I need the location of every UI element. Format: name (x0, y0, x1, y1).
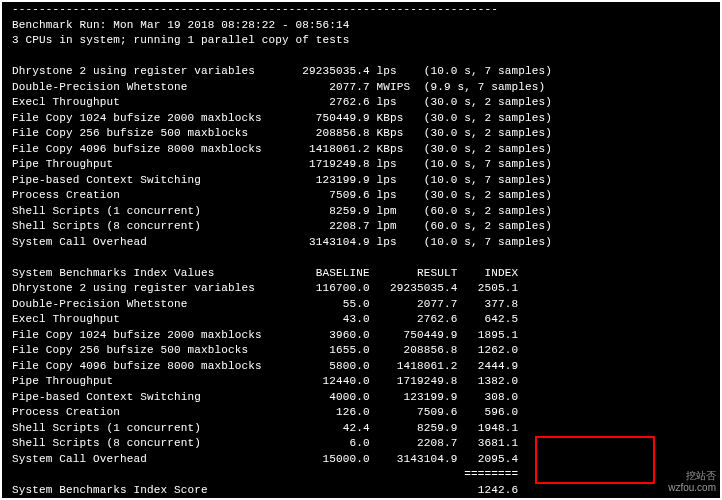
separator-line: ----------------------------------------… (12, 3, 498, 15)
terminal-output: ----------------------------------------… (2, 2, 720, 498)
watermark-line1: 挖站否 (668, 470, 716, 482)
watermark-line2: wzfou.com (668, 482, 716, 494)
index-header-row: System Benchmarks Index Values BASELINE … (12, 267, 518, 279)
benchmark-run-line: Benchmark Run: Mon Mar 19 2018 08:28:22 … (12, 19, 350, 31)
score-line: System Benchmarks Index Score 1242.6 (12, 484, 518, 496)
cpu-info-line: 3 CPUs in system; running 1 parallel cop… (12, 34, 350, 46)
watermark: 挖站否 wzfou.com (668, 470, 716, 494)
results-block: Dhrystone 2 using register variables 292… (12, 65, 552, 248)
index-block: Dhrystone 2 using register variables 116… (12, 282, 518, 465)
score-rule: ======== (12, 468, 518, 480)
